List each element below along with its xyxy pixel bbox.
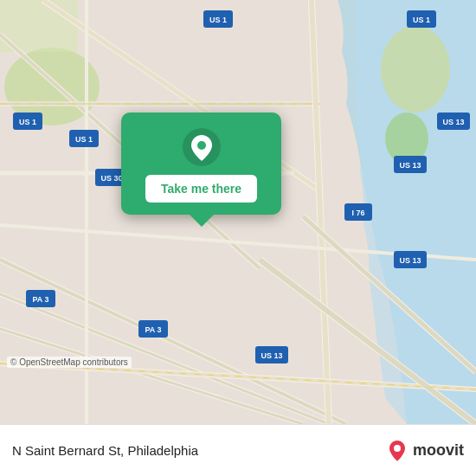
svg-point-55 xyxy=(197,141,206,150)
bottom-bar: N Saint Bernard St, Philadelphia moovit xyxy=(0,424,476,476)
moovit-logo: moovit xyxy=(385,439,464,463)
svg-point-2 xyxy=(381,26,450,113)
svg-text:US 13: US 13 xyxy=(399,161,421,170)
popup-card: Take me there xyxy=(121,113,281,215)
svg-text:US 1: US 1 xyxy=(209,16,227,24)
svg-point-56 xyxy=(394,445,401,452)
svg-text:US 1: US 1 xyxy=(413,16,430,24)
copyright-text: © OpenStreetMap contributors xyxy=(7,357,132,368)
location-pin-icon xyxy=(183,128,221,166)
map-container: US 1 US 1 US 1 US 30 US 13 US 13 US 13 P… xyxy=(0,0,476,424)
svg-text:US 1: US 1 xyxy=(19,118,36,126)
svg-text:PA 3: PA 3 xyxy=(145,325,161,334)
svg-text:US 13: US 13 xyxy=(261,351,282,360)
moovit-label: moovit xyxy=(413,441,464,460)
location-name: N Saint Bernard St, Philadelphia xyxy=(12,443,376,458)
svg-text:I 76: I 76 xyxy=(351,209,364,217)
svg-text:PA 3: PA 3 xyxy=(32,295,48,304)
take-me-there-button[interactable]: Take me there xyxy=(145,175,257,203)
svg-text:US 1: US 1 xyxy=(75,135,93,144)
svg-text:US 13: US 13 xyxy=(442,118,464,126)
svg-text:US 13: US 13 xyxy=(399,256,421,265)
moovit-pin-icon xyxy=(385,439,409,463)
svg-text:US 30: US 30 xyxy=(100,174,122,183)
